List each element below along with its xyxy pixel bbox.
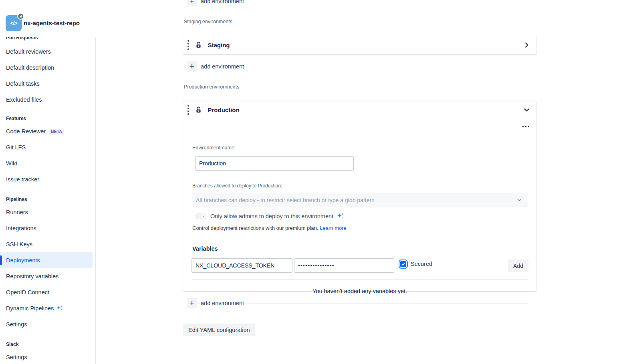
secured-label: Secured <box>411 261 432 267</box>
sidebar-item-excluded-files[interactable]: Excluded files <box>0 92 93 108</box>
premium-plan-text: Control deployment restrictions with our… <box>192 225 347 231</box>
dynamic-pipelines-label: Dynamic Pipelines <box>6 305 54 312</box>
sidebar-section-slack: Slack <box>0 340 93 349</box>
add-variable-button[interactable]: Add <box>508 259 528 272</box>
lock-icon <box>19 14 22 18</box>
secured-checkbox-row: Secured <box>400 261 432 267</box>
beta-badge: BETA <box>49 129 64 135</box>
premium-plan-message: Control deployment restrictions with our… <box>192 225 318 231</box>
sidebar-item-runners[interactable]: Runners <box>0 204 93 220</box>
learn-more-link[interactable]: Learn more <box>320 225 346 231</box>
sidebar-item-wiki[interactable]: Wiki <box>0 155 93 171</box>
more-options-icon[interactable] <box>522 126 530 127</box>
sidebar-section-pipelines: Pipelines <box>0 195 93 204</box>
admins-only-label: Only allow admins to deploy to this envi… <box>210 213 333 219</box>
variables-list-divider <box>192 280 528 280</box>
variables-heading: Variables <box>192 245 218 252</box>
branches-allowed-label: Branches allowed to deploy to Production… <box>192 183 282 189</box>
production-card-header[interactable]: Production <box>183 101 536 119</box>
sidebar-nav: Default reviewers Default description De… <box>0 44 93 364</box>
production-card-body: Environment name: Branches allowed to de… <box>183 119 536 291</box>
sidebar-item-issue-tracker[interactable]: Issue tracker <box>0 171 93 187</box>
staging-card-title: Staging <box>208 42 230 48</box>
unlock-icon <box>195 41 202 49</box>
add-environment-label: add environment <box>201 63 244 70</box>
plus-icon: + <box>187 0 197 6</box>
main-content: + add environment Staging environments S… <box>96 0 623 364</box>
staging-environments-label: Staging environments <box>184 19 232 24</box>
edit-yaml-configuration-button[interactable]: Edit YAML configuration <box>183 324 255 336</box>
sidebar-item-pipelines-settings[interactable]: Settings <box>0 316 93 332</box>
production-environments-label: Production environments <box>184 84 239 90</box>
sidebar-item-repository-variables[interactable]: Repository variables <box>0 268 93 284</box>
repo-title: nx-agents-test-repo <box>24 20 80 26</box>
environment-name-input[interactable] <box>195 156 354 171</box>
sidebar-item-integrations[interactable]: Integrations <box>0 220 93 236</box>
deployments-settings-page: Pull Requests </> nx-agents-test-repo De… <box>0 0 623 364</box>
sidebar-item-ssh-keys[interactable]: SSH Keys <box>0 236 93 252</box>
variable-name-input[interactable] <box>192 258 292 273</box>
sidebar-repo-header: </> nx-agents-test-repo <box>0 0 96 37</box>
plus-icon: + <box>187 298 197 308</box>
sidebar-item-default-reviewers[interactable]: Default reviewers <box>0 44 93 60</box>
sidebar-item-deployments[interactable]: Deployments <box>0 252 93 268</box>
unlock-icon <box>195 106 202 114</box>
check-icon <box>401 262 405 266</box>
chevron-right-icon[interactable] <box>524 42 530 48</box>
add-environment-button-top[interactable]: + add environment <box>187 0 244 6</box>
premium-sparkle-icon <box>336 212 344 220</box>
sidebar-item-slack-settings[interactable]: Settings <box>0 349 93 364</box>
sparkle-icon <box>56 305 63 312</box>
add-environment-button-staging[interactable]: + add environment <box>187 61 244 72</box>
sidebar-section-features: Features <box>0 114 93 123</box>
admins-only-toggle-row: × Only allow admins to deploy to this en… <box>195 212 344 220</box>
add-environment-label: add environment <box>201 300 244 306</box>
branch-select[interactable]: All branches can deploy - to restrict: s… <box>192 193 528 207</box>
chevron-down-icon[interactable] <box>524 107 530 113</box>
secured-checkbox[interactable] <box>400 261 406 267</box>
sidebar: Pull Requests </> nx-agents-test-repo De… <box>0 0 96 364</box>
sidebar-item-default-description[interactable]: Default description <box>0 60 93 76</box>
variable-value-input[interactable] <box>294 258 394 273</box>
production-card-title: Production <box>208 107 240 113</box>
add-environment-button-production[interactable]: + add environment <box>187 298 244 308</box>
sidebar-item-default-tasks[interactable]: Default tasks <box>0 76 93 92</box>
sidebar-item-dynamic-pipelines[interactable]: Dynamic Pipelines <box>0 300 93 316</box>
code-reviewer-label: Code Reviewer <box>6 128 46 135</box>
chevron-down-icon <box>517 197 522 203</box>
variables-section-divider <box>183 240 536 240</box>
private-repo-lock-badge <box>17 13 24 20</box>
variables-empty-message: You haven't added any variables yet. <box>183 288 536 294</box>
toggle-off-x-icon: × <box>201 214 206 219</box>
sidebar-item-openid-connect[interactable]: OpenID Connect <box>0 284 93 300</box>
environment-name-label: Environment name: <box>192 145 236 151</box>
sidebar-item-git-lfs[interactable]: Git LFS <box>0 139 93 155</box>
plus-icon: + <box>187 61 197 72</box>
drag-handle-icon[interactable] <box>188 105 189 115</box>
production-environment-card: Production Environment name: Branches al… <box>183 101 536 291</box>
admins-only-toggle[interactable]: × <box>195 213 207 219</box>
staging-environment-card: Staging <box>183 36 536 54</box>
drag-handle-icon[interactable] <box>188 40 189 50</box>
staging-card-header[interactable]: Staging <box>183 36 536 54</box>
code-icon: </> <box>10 20 17 26</box>
branch-select-placeholder: All branches can deploy - to restrict: s… <box>196 197 375 203</box>
add-environment-label: add environment <box>201 0 244 4</box>
sidebar-item-code-reviewer[interactable]: Code Reviewer BETA <box>0 123 93 139</box>
